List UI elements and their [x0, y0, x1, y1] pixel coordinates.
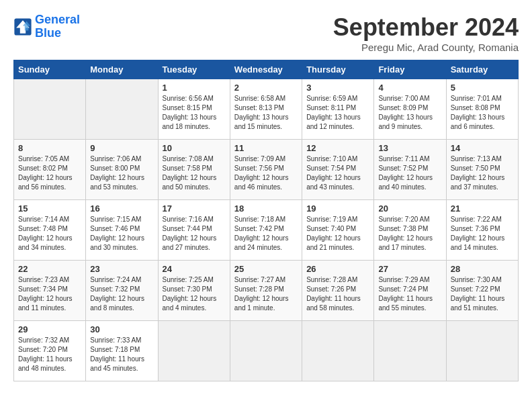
day-number: 28: [451, 264, 514, 274]
calendar-cell: 18Sunrise: 7:18 AMSunset: 7:42 PMDayligh…: [230, 200, 302, 261]
calendar-cell: [446, 321, 518, 381]
day-number: 11: [234, 143, 298, 153]
day-info: Sunrise: 7:13 AMSunset: 7:50 PMDaylight:…: [451, 154, 514, 192]
page-header: General Blue September 2024 Peregu Mic, …: [13, 13, 519, 53]
calendar-cell: [158, 321, 230, 381]
day-number: 29: [18, 324, 81, 334]
calendar-cell: [86, 79, 158, 140]
day-number: 27: [378, 264, 441, 274]
day-number: 16: [90, 203, 153, 214]
day-info: Sunrise: 7:00 AMSunset: 8:09 PMDaylight:…: [378, 94, 441, 132]
calendar-cell: 19Sunrise: 7:19 AMSunset: 7:40 PMDayligh…: [302, 200, 374, 261]
calendar-cell: 12Sunrise: 7:10 AMSunset: 7:54 PMDayligh…: [302, 140, 374, 200]
week-row-5: 29Sunrise: 7:32 AMSunset: 7:20 PMDayligh…: [14, 321, 519, 381]
day-number: 26: [306, 264, 369, 274]
calendar-cell: [230, 321, 302, 381]
header-row: SundayMondayTuesdayWednesdayThursdayFrid…: [14, 60, 519, 79]
day-number: 20: [378, 203, 441, 214]
week-row-2: 8Sunrise: 7:05 AMSunset: 8:02 PMDaylight…: [14, 140, 519, 200]
calendar-cell: 15Sunrise: 7:14 AMSunset: 7:48 PMDayligh…: [14, 200, 86, 261]
day-number: 21: [451, 203, 514, 214]
day-info: Sunrise: 7:08 AMSunset: 7:58 PMDaylight:…: [163, 154, 226, 192]
calendar-cell: [374, 321, 446, 381]
day-info: Sunrise: 7:27 AMSunset: 7:28 PMDaylight:…: [234, 275, 298, 313]
calendar-cell: 17Sunrise: 7:16 AMSunset: 7:44 PMDayligh…: [158, 200, 230, 261]
day-number: 12: [306, 143, 369, 153]
day-info: Sunrise: 7:16 AMSunset: 7:44 PMDaylight:…: [163, 215, 226, 253]
day-number: 30: [90, 324, 153, 334]
calendar-cell: 26Sunrise: 7:28 AMSunset: 7:26 PMDayligh…: [302, 261, 374, 321]
day-info: Sunrise: 7:10 AMSunset: 7:54 PMDaylight:…: [306, 154, 369, 192]
calendar-cell: 1Sunrise: 6:56 AMSunset: 8:15 PMDaylight…: [158, 79, 230, 140]
logo: General Blue: [13, 13, 80, 40]
logo-line1: General: [35, 13, 80, 26]
day-number: 2: [234, 83, 298, 93]
calendar-cell: 27Sunrise: 7:29 AMSunset: 7:24 PMDayligh…: [374, 261, 446, 321]
day-number: 14: [451, 143, 514, 153]
header-cell-wednesday: Wednesday: [230, 60, 302, 79]
day-number: 19: [306, 203, 369, 214]
day-number: 3: [306, 83, 369, 93]
title-block: September 2024 Peregu Mic, Arad County, …: [333, 13, 519, 53]
day-info: Sunrise: 7:09 AMSunset: 7:56 PMDaylight:…: [234, 154, 298, 192]
calendar-cell: 10Sunrise: 7:08 AMSunset: 7:58 PMDayligh…: [158, 140, 230, 200]
day-info: Sunrise: 7:32 AMSunset: 7:20 PMDaylight:…: [18, 336, 81, 373]
day-number: 4: [378, 83, 441, 93]
day-info: Sunrise: 7:18 AMSunset: 7:42 PMDaylight:…: [234, 215, 298, 253]
calendar-cell: 23Sunrise: 7:24 AMSunset: 7:32 PMDayligh…: [86, 261, 158, 321]
header-cell-sunday: Sunday: [14, 60, 86, 79]
header-cell-friday: Friday: [374, 60, 446, 79]
day-number: 18: [234, 203, 298, 214]
calendar-cell: 20Sunrise: 7:20 AMSunset: 7:38 PMDayligh…: [374, 200, 446, 261]
logo-text: General Blue: [35, 13, 80, 40]
day-info: Sunrise: 7:06 AMSunset: 8:00 PMDaylight:…: [90, 154, 153, 192]
day-number: 17: [163, 203, 226, 214]
week-row-4: 22Sunrise: 7:23 AMSunset: 7:34 PMDayligh…: [14, 261, 519, 321]
logo-icon: [13, 17, 32, 36]
day-number: 23: [90, 264, 153, 274]
day-number: 1: [163, 83, 226, 93]
calendar-cell: 29Sunrise: 7:32 AMSunset: 7:20 PMDayligh…: [14, 321, 86, 381]
day-info: Sunrise: 7:33 AMSunset: 7:18 PMDaylight:…: [90, 336, 153, 373]
calendar-cell: 28Sunrise: 7:30 AMSunset: 7:22 PMDayligh…: [446, 261, 518, 321]
day-number: 10: [163, 143, 226, 153]
calendar-cell: 30Sunrise: 7:33 AMSunset: 7:18 PMDayligh…: [86, 321, 158, 381]
calendar-cell: 4Sunrise: 7:00 AMSunset: 8:09 PMDaylight…: [374, 79, 446, 140]
calendar-cell: 24Sunrise: 7:25 AMSunset: 7:30 PMDayligh…: [158, 261, 230, 321]
location-subtitle: Peregu Mic, Arad County, Romania: [333, 42, 519, 53]
day-info: Sunrise: 6:59 AMSunset: 8:11 PMDaylight:…: [306, 94, 369, 132]
day-number: 9: [90, 143, 153, 153]
day-info: Sunrise: 7:28 AMSunset: 7:26 PMDaylight:…: [306, 275, 369, 313]
header-cell-tuesday: Tuesday: [158, 60, 230, 79]
day-info: Sunrise: 7:22 AMSunset: 7:36 PMDaylight:…: [451, 215, 514, 253]
day-number: 22: [18, 264, 81, 274]
calendar-cell: 3Sunrise: 6:59 AMSunset: 8:11 PMDaylight…: [302, 79, 374, 140]
day-info: Sunrise: 7:25 AMSunset: 7:30 PMDaylight:…: [163, 275, 226, 313]
calendar-cell: [302, 321, 374, 381]
day-info: Sunrise: 7:29 AMSunset: 7:24 PMDaylight:…: [378, 275, 441, 313]
calendar-cell: 21Sunrise: 7:22 AMSunset: 7:36 PMDayligh…: [446, 200, 518, 261]
day-info: Sunrise: 6:56 AMSunset: 8:15 PMDaylight:…: [163, 94, 226, 132]
calendar-cell: 2Sunrise: 6:58 AMSunset: 8:13 PMDaylight…: [230, 79, 302, 140]
day-info: Sunrise: 6:58 AMSunset: 8:13 PMDaylight:…: [234, 94, 298, 132]
day-number: 15: [18, 203, 81, 214]
day-info: Sunrise: 7:15 AMSunset: 7:46 PMDaylight:…: [90, 215, 153, 253]
week-row-1: 1Sunrise: 6:56 AMSunset: 8:15 PMDaylight…: [14, 79, 519, 140]
month-title: September 2024: [333, 13, 519, 42]
day-info: Sunrise: 7:14 AMSunset: 7:48 PMDaylight:…: [18, 215, 81, 253]
calendar-cell: 16Sunrise: 7:15 AMSunset: 7:46 PMDayligh…: [86, 200, 158, 261]
day-number: 13: [378, 143, 441, 153]
day-info: Sunrise: 7:23 AMSunset: 7:34 PMDaylight:…: [18, 275, 81, 313]
day-number: 5: [451, 83, 514, 93]
day-number: 24: [163, 264, 226, 274]
header-cell-saturday: Saturday: [446, 60, 518, 79]
logo-line2: Blue: [35, 26, 61, 40]
day-info: Sunrise: 7:19 AMSunset: 7:40 PMDaylight:…: [306, 215, 369, 253]
calendar-cell: 9Sunrise: 7:06 AMSunset: 8:00 PMDaylight…: [86, 140, 158, 200]
calendar-cell: [14, 79, 86, 140]
calendar-cell: 8Sunrise: 7:05 AMSunset: 8:02 PMDaylight…: [14, 140, 86, 200]
day-info: Sunrise: 7:20 AMSunset: 7:38 PMDaylight:…: [378, 215, 441, 253]
calendar-table: SundayMondayTuesdayWednesdayThursdayFrid…: [13, 60, 519, 381]
day-info: Sunrise: 7:01 AMSunset: 8:08 PMDaylight:…: [451, 94, 514, 132]
header-cell-thursday: Thursday: [302, 60, 374, 79]
